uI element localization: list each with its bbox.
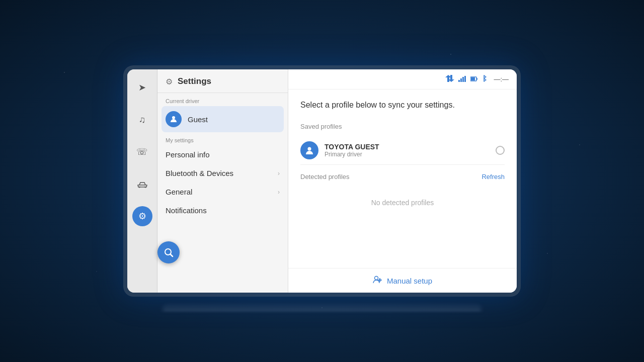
svg-rect-1 (144, 187, 146, 188)
settings-header: ⚙ Settings (157, 69, 288, 93)
my-settings-label: My settings (157, 132, 288, 145)
svg-point-11 (374, 277, 378, 280)
device-frame: ➤ ♫ ☏ ⚙ ⚙ Settings Current driver (123, 65, 521, 297)
toyota-guest-radio[interactable] (496, 146, 505, 155)
app-window: ➤ ♫ ☏ ⚙ ⚙ Settings Current driver (127, 69, 517, 293)
detected-profiles-header: Detected profiles Refresh (300, 173, 505, 180)
svg-rect-3 (458, 80, 460, 82)
right-panel: —:— Select a profile below to sync your … (288, 69, 517, 293)
device-reflection (163, 302, 481, 312)
bluetooth-arrow-icon: › (278, 170, 280, 177)
toyota-guest-avatar (300, 141, 318, 159)
toyota-guest-subtitle: Primary driver (325, 151, 490, 158)
svg-point-10 (308, 147, 311, 151)
guest-driver-item[interactable]: Guest (162, 106, 284, 132)
personal-info-text: Personal info (166, 150, 210, 159)
general-arrow-icon: › (278, 189, 280, 196)
toyota-guest-name: TOYOTA GUEST (325, 143, 490, 151)
status-icons: —:— (445, 74, 509, 84)
no-detected-profiles: No detected profiles (300, 189, 505, 217)
general-text: General (166, 188, 192, 196)
profile-intro: Select a profile below to sync your sett… (300, 100, 505, 111)
general-item[interactable]: General › (157, 183, 288, 201)
saved-profiles-label: Saved profiles (300, 123, 505, 130)
settings-nav-icon[interactable]: ⚙ (132, 206, 152, 226)
battery-icon (470, 75, 477, 83)
navigation-icon[interactable]: ➤ (132, 77, 152, 98)
guest-name: Guest (188, 115, 208, 124)
bluetooth-devices-text: Bluetooth & Devices (166, 169, 233, 177)
music-icon[interactable]: ♫ (132, 110, 152, 130)
guest-avatar (166, 111, 182, 127)
manual-setup-text[interactable]: Manual setup (387, 277, 432, 285)
svg-rect-9 (476, 78, 477, 80)
svg-rect-6 (464, 76, 466, 82)
svg-point-2 (172, 116, 175, 119)
detected-profiles-label: Detected profiles (300, 173, 350, 180)
svg-rect-5 (462, 77, 464, 82)
svg-rect-4 (460, 78, 462, 82)
sidebar-icons: ➤ ♫ ☏ ⚙ (127, 69, 157, 293)
notifications-item[interactable]: Notifications (157, 201, 288, 220)
svg-rect-0 (139, 187, 140, 188)
refresh-button[interactable]: Refresh (481, 173, 505, 180)
car-icon[interactable] (132, 174, 152, 194)
bluetooth-icon (481, 74, 487, 84)
time-display: —:— (494, 75, 509, 83)
right-content: Select a profile below to sync your sett… (288, 89, 517, 268)
current-driver-label: Current driver (157, 93, 288, 106)
manual-setup-footer[interactable]: Manual setup (288, 268, 517, 293)
personal-info-item[interactable]: Personal info (157, 145, 288, 164)
add-profile-icon (373, 276, 382, 286)
bluetooth-devices-item[interactable]: Bluetooth & Devices › (157, 164, 288, 183)
toyota-guest-profile[interactable]: TOYOTA GUEST Primary driver (300, 136, 505, 165)
toyota-guest-info: TOYOTA GUEST Primary driver (325, 143, 490, 158)
data-transfer-icon (445, 75, 454, 83)
status-bar: —:— (288, 69, 517, 89)
signal-icon (458, 75, 466, 83)
notifications-text: Notifications (166, 206, 207, 215)
phone-icon[interactable]: ☏ (132, 142, 152, 162)
settings-header-icon: ⚙ (166, 77, 173, 86)
search-fab-button[interactable] (157, 241, 180, 263)
svg-rect-8 (471, 77, 475, 80)
settings-title: Settings (178, 76, 211, 86)
svg-line-15 (171, 254, 173, 257)
